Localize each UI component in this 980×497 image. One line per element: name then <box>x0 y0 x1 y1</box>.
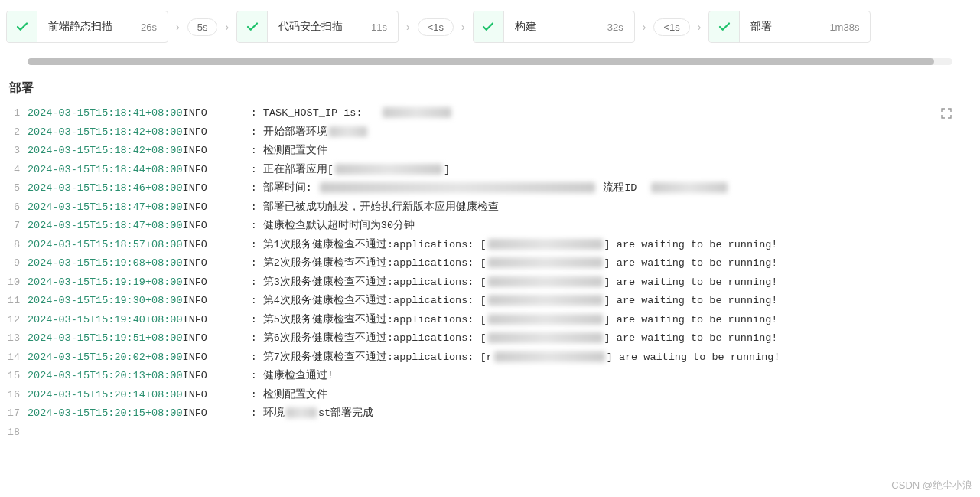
log-message: : 检测配置文件 <box>207 386 327 405</box>
line-number: 15 <box>5 367 28 386</box>
line-number: 7 <box>5 217 28 236</box>
log-timestamp: 2024-03-15T15:18:42+08:00 <box>28 142 183 161</box>
log-message: : 环境st部署完成 <box>207 404 373 423</box>
line-number: 8 <box>5 236 28 255</box>
log-level: INFO <box>183 254 207 273</box>
line-number: 14 <box>5 348 28 368</box>
log-level: INFO <box>183 386 207 405</box>
line-number: 12 <box>5 311 28 330</box>
line-number: 9 <box>5 254 28 273</box>
log-message: : 第6次服务健康检查不通过:applications: [] are wait… <box>207 329 777 348</box>
log-viewer: 12024-03-15T15:18:41+08:00 INFO : TASK_H… <box>0 104 980 442</box>
log-level: INFO <box>183 104 207 123</box>
line-number: 3 <box>5 142 28 161</box>
stage-name: 代码安全扫描 <box>278 20 343 34</box>
stage-name: 前端静态扫描 <box>48 20 112 34</box>
log-line: 92024-03-15T15:19:08+08:00 INFO : 第2次服务健… <box>5 254 980 273</box>
log-timestamp: 2024-03-15T15:18:41+08:00 <box>28 104 183 123</box>
line-number: 4 <box>5 161 28 180</box>
pipeline-stage[interactable]: 部署1m38s <box>708 11 871 43</box>
arrow-icon: › <box>225 21 229 33</box>
arrow-icon: › <box>406 21 410 33</box>
interval-pill: <1s <box>418 18 454 36</box>
log-line: 152024-03-15T15:20:13+08:00 INFO : 健康检查通… <box>5 367 980 386</box>
log-line: 142024-03-15T15:20:02+08:00 INFO : 第7次服务… <box>5 348 980 368</box>
log-message: : 检测配置文件 <box>207 142 327 161</box>
log-level: INFO <box>183 236 207 255</box>
log-message: : TASK_HOST_IP is: <box>207 104 453 123</box>
log-message: : 第4次服务健康检查不通过:applications: [] are wait… <box>207 292 777 311</box>
log-line: 112024-03-15T15:19:30+08:00 INFO : 第4次服务… <box>5 292 980 311</box>
line-number: 16 <box>5 386 28 405</box>
pipeline-stage[interactable]: 代码安全扫描11s <box>236 11 399 43</box>
log-line: 22024-03-15T15:18:42+08:00 INFO : 开始部署环境 <box>5 123 980 142</box>
log-timestamp: 2024-03-15T15:18:47+08:00 <box>28 198 183 217</box>
pipeline-stages: 前端静态扫描26s›5s›代码安全扫描11s›<1s›构建32s›<1s›部署1… <box>0 0 980 54</box>
check-icon <box>474 11 504 42</box>
line-number: 11 <box>5 292 28 311</box>
scrollbar-thumb[interactable] <box>28 58 934 65</box>
log-level: INFO <box>183 348 207 368</box>
log-level: INFO <box>183 161 207 180</box>
log-line: 132024-03-15T15:19:51+08:00 INFO : 第6次服务… <box>5 329 980 348</box>
line-number: 10 <box>5 273 28 293</box>
stage-name: 部署 <box>750 20 772 34</box>
redacted-text <box>488 257 603 268</box>
arrow-icon: › <box>461 21 465 33</box>
log-timestamp: 2024-03-15T15:18:47+08:00 <box>28 217 183 236</box>
log-level: INFO <box>183 273 207 293</box>
log-message: : 正在部署应用[] <box>207 161 450 180</box>
log-message: : 第7次服务健康检查不通过:applications: [r] are wai… <box>207 348 780 368</box>
line-number: 18 <box>5 423 28 443</box>
redacted-text <box>488 276 603 287</box>
stage-duration: 32s <box>607 21 623 33</box>
log-line: 102024-03-15T15:19:19+08:00 INFO : 第3次服务… <box>5 273 980 293</box>
line-number: 6 <box>5 198 28 217</box>
stage-duration: 1m38s <box>829 21 859 33</box>
stage-name: 构建 <box>515 20 536 34</box>
log-level: INFO <box>183 179 207 198</box>
log-timestamp: 2024-03-15T15:19:08+08:00 <box>28 254 183 273</box>
log-message: : 开始部署环境 <box>207 123 369 142</box>
log-message: : 部署已被成功触发，开始执行新版本应用健康检查 <box>207 198 499 217</box>
arrow-icon: › <box>643 21 646 33</box>
log-level: INFO <box>183 217 207 236</box>
log-timestamp: 2024-03-15T15:20:02+08:00 <box>28 348 183 368</box>
redacted-text <box>320 182 595 193</box>
log-line: 18 <box>5 423 980 443</box>
redacted-text <box>329 126 367 137</box>
log-line: 172024-03-15T15:20:15+08:00 INFO : 环境st部… <box>5 404 980 423</box>
log-timestamp: 2024-03-15T15:18:57+08:00 <box>28 236 183 255</box>
expand-icon[interactable] <box>940 107 952 127</box>
log-timestamp: 2024-03-15T15:19:30+08:00 <box>28 292 183 311</box>
redacted-text <box>286 407 317 418</box>
log-line: 62024-03-15T15:18:47+08:00 INFO : 部署已被成功… <box>5 198 980 217</box>
check-icon <box>237 11 268 42</box>
pipeline-stage[interactable]: 前端静态扫描26s <box>6 11 168 43</box>
log-level: INFO <box>183 367 207 386</box>
line-number: 2 <box>5 123 28 142</box>
log-line: 122024-03-15T15:19:40+08:00 INFO : 第5次服务… <box>5 311 980 330</box>
redacted-text <box>488 239 603 250</box>
log-message: : 第2次服务健康检查不通过:applications: [] are wait… <box>207 254 777 273</box>
horizontal-scrollbar[interactable] <box>28 58 952 65</box>
interval-pill: <1s <box>653 18 689 36</box>
arrow-icon: › <box>698 21 702 33</box>
log-level: INFO <box>183 404 207 423</box>
log-timestamp: 2024-03-15T15:20:14+08:00 <box>28 386 183 405</box>
line-number: 1 <box>5 104 28 123</box>
redacted-text <box>488 295 603 306</box>
check-icon <box>7 11 37 42</box>
redacted-text <box>651 182 728 193</box>
log-level: INFO <box>183 292 207 311</box>
log-line: 32024-03-15T15:18:42+08:00 INFO : 检测配置文件 <box>5 142 980 161</box>
log-message: : 第1次服务健康检查不通过:applications: [] are wait… <box>207 236 777 255</box>
line-number: 13 <box>5 329 28 348</box>
pipeline-stage[interactable]: 构建32s <box>473 11 635 43</box>
log-line: 72024-03-15T15:18:47+08:00 INFO : 健康检查默认… <box>5 217 980 236</box>
redacted-text <box>488 332 603 343</box>
redacted-text <box>488 314 603 325</box>
line-number: 17 <box>5 404 28 423</box>
log-timestamp: 2024-03-15T15:19:40+08:00 <box>28 311 183 330</box>
log-line: 12024-03-15T15:18:41+08:00 INFO : TASK_H… <box>5 104 980 123</box>
